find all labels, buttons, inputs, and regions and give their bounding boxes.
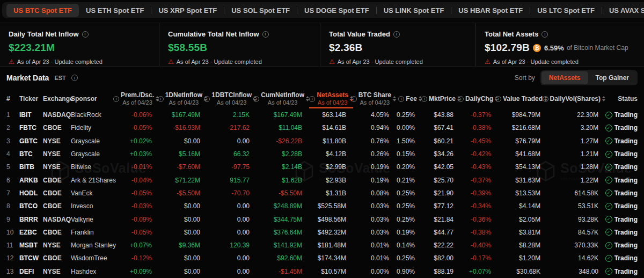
- tab-us-sol-spot-etf[interactable]: US SOL Spot ETF: [224, 4, 297, 17]
- info-icon[interactable]: i: [309, 96, 315, 102]
- tab-us-doge-spot-etf[interactable]: US DOGE Spot ETF: [297, 4, 376, 17]
- value-cell: 84.57K: [547, 229, 605, 236]
- table-row-fbtc[interactable]: 2FBTCCBOEFidelity-0.05%-$16.93M-217.62$1…: [6, 121, 638, 134]
- tab-us-ltc-spot-etf[interactable]: US LTC Spot ETF: [530, 4, 602, 17]
- table-row-btc[interactable]: 4BTCNYSEGrayscale+0.03%$5.16M66.32$2.28B…: [6, 148, 638, 160]
- info-icon[interactable]: i: [262, 31, 269, 38]
- value-cell: $88.19: [422, 268, 460, 275]
- sponsor-cell: Fidelity: [71, 124, 125, 131]
- sponsor-cell: Invesco: [71, 202, 125, 210]
- table-row-arkb[interactable]: 6ARKBCBOEArk & 21Shares-0.04%$71.22M915.…: [6, 173, 638, 186]
- table-row-btcw[interactable]: 12BTCWCBOEWisdomTree-0.12%$0.000.00$92.6…: [6, 252, 638, 265]
- column-header-1dbtcinflow[interactable]: i1DBTCInflowAs of 04/23: [207, 89, 257, 108]
- ticker-cell: BTCW: [19, 254, 43, 262]
- value-cell: $0.00: [159, 268, 207, 275]
- summary-card-total-value-traded: Total Value Tradedi$2.36B⚠As of Apr 23 ·…: [320, 23, 475, 66]
- value-cell: -0.12%: [125, 254, 159, 262]
- value-cell: 0.25%: [396, 189, 422, 197]
- value-cell: 348.00: [547, 268, 605, 275]
- tab-us-xrp-spot-etf[interactable]: US XRP Spot ETF: [151, 4, 224, 17]
- sort-option-netassets[interactable]: NetAssets: [541, 71, 588, 84]
- info-icon[interactable]: i: [543, 96, 548, 102]
- info-icon[interactable]: i: [253, 96, 259, 102]
- value-cell: -0.09%: [125, 216, 159, 223]
- info-icon[interactable]: i: [458, 96, 464, 102]
- info-icon[interactable]: i: [71, 75, 78, 81]
- column-header-netassets[interactable]: iNetAssetsAs of 04/23: [309, 89, 353, 108]
- value-cell: 0.76%: [353, 137, 396, 145]
- sort-by-label: Sort by: [515, 74, 535, 82]
- info-icon[interactable]: i: [351, 96, 357, 102]
- info-icon[interactable]: i: [421, 96, 427, 102]
- table-row-ibit[interactable]: 1IBITNASDAQBlackRock-0.06%$167.49M2.15K$…: [6, 108, 638, 121]
- warning-icon: ⚠: [485, 58, 491, 65]
- column-header-value-traded[interactable]: iValue Traded: [498, 89, 547, 108]
- status-label: Trading: [614, 254, 638, 262]
- value-cell: 0.26%: [353, 150, 396, 158]
- value-cell: -$5.50M: [257, 189, 309, 197]
- ticker-cell: FBTC: [19, 124, 43, 131]
- info-icon[interactable]: i: [82, 31, 89, 38]
- value-cell: 120.39: [207, 242, 257, 249]
- exchange-cell: NASDAQ: [43, 216, 71, 223]
- table-row-defi[interactable]: 13DEFINYSEHashdex+0.09%$0.000.00-$1.45M$…: [6, 265, 638, 278]
- table-row-bitb[interactable]: 5BITBNYSEBitwise-0.01%-$7.60M-97.75$2.14…: [6, 160, 638, 173]
- column-header-dailyvol-shares[interactable]: iDailyVol(Shares): [547, 89, 605, 108]
- column-header-fee[interactable]: iFee: [396, 89, 422, 108]
- status-label: Trading: [614, 242, 638, 249]
- btc-market-cap-percent: 6.59%: [544, 44, 564, 52]
- column-header-btc-share[interactable]: iBTC ShareAs of 04/23: [353, 89, 396, 108]
- value-cell: $0.00: [159, 202, 207, 210]
- market-data-title: Market Data: [6, 74, 49, 82]
- value-cell: $0.00: [159, 254, 207, 262]
- check-circle-icon: ✓: [605, 189, 612, 196]
- tab-us-link-spot-etf[interactable]: US LINK Spot ETF: [377, 4, 451, 17]
- table-row-gbtc[interactable]: 3GBTCNYSEGrayscale+0.02%$0.000.00-$26.22…: [6, 135, 638, 148]
- column-header-1dnetinflow[interactable]: i1DNetInflowAs of 04/23: [159, 89, 207, 108]
- exchange-cell: CBOE: [43, 177, 71, 184]
- value-cell: $21.90: [422, 189, 460, 197]
- tab-us-avax-spot-etf[interactable]: US AVAX Spot ETF: [602, 4, 644, 17]
- value-cell: 3.20M: [547, 124, 605, 131]
- value-cell: $92.60M: [257, 254, 309, 262]
- check-circle-icon: ✓: [605, 177, 612, 184]
- value-cell: -$5.50M: [159, 189, 207, 197]
- tab-us-hbar-spot-etf[interactable]: US HBAR Spot ETF: [451, 4, 530, 17]
- value-cell: $43.88: [422, 111, 460, 119]
- info-icon[interactable]: i: [495, 96, 501, 102]
- table-row-ezbc[interactable]: 10EZBCCBOEFranklin-0.05%$0.000.00$376.64…: [6, 226, 638, 239]
- row-index: 11: [6, 242, 19, 249]
- info-icon[interactable]: i: [204, 96, 210, 102]
- update-status-text: As of Apr 23 · Update completed: [17, 58, 103, 65]
- value-cell: $248.89M: [257, 202, 309, 210]
- column-header-dailychg[interactable]: iDailyChg: [460, 89, 498, 108]
- table-row-msbt[interactable]: 11MSBTNYSEMorgan Stanley+0.07%$9.36M120.…: [6, 239, 638, 252]
- table-row-brrr[interactable]: 9BRRRNASDAQValkyrie-0.09%$0.000.00$344.7…: [6, 213, 638, 225]
- info-icon[interactable]: i: [541, 31, 548, 38]
- info-icon[interactable]: i: [113, 96, 119, 102]
- table-row-btco[interactable]: 8BTCOCBOEInvesco-0.03%$0.000.00$248.89M$…: [6, 200, 638, 213]
- info-icon[interactable]: i: [398, 96, 404, 102]
- update-status-text: As of Apr 23 · Update completed: [493, 58, 579, 65]
- value-cell: $82.00: [422, 254, 460, 262]
- value-cell: -97.75: [207, 163, 257, 171]
- column-header-cumnetinflow[interactable]: iCumNetInflowAs of 04/23: [257, 89, 309, 108]
- info-icon[interactable]: i: [393, 31, 400, 38]
- tab-us-btc-spot-etf[interactable]: US BTC Spot ETF: [6, 4, 79, 17]
- tab-us-eth-spot-etf[interactable]: US ETH Spot ETF: [79, 4, 151, 17]
- value-cell: 0.25%: [396, 111, 422, 119]
- value-cell: $42.05: [422, 163, 460, 171]
- value-cell: 614.58K: [547, 189, 605, 197]
- value-cell: -$16.93M: [159, 124, 207, 131]
- column-header-mktprice[interactable]: iMktPrice: [422, 89, 460, 108]
- column-header-prem-dsc[interactable]: iPrem./Dsc.As of 04/23: [125, 89, 159, 108]
- row-index: 8: [6, 202, 19, 210]
- status-label: Trading: [614, 268, 638, 275]
- value-cell: $21.84: [422, 216, 460, 223]
- info-icon[interactable]: i: [158, 96, 164, 102]
- sort-option-top-gainer[interactable]: Top Gainer: [588, 71, 636, 84]
- value-cell: 915.77: [207, 177, 257, 184]
- value-cell: 0.00%: [353, 268, 396, 275]
- value-cell: 0.15%: [396, 150, 422, 158]
- table-row-hodl[interactable]: 7HODLCBOEVanEck-0.05%-$5.50M-70.70-$5.50…: [6, 187, 638, 200]
